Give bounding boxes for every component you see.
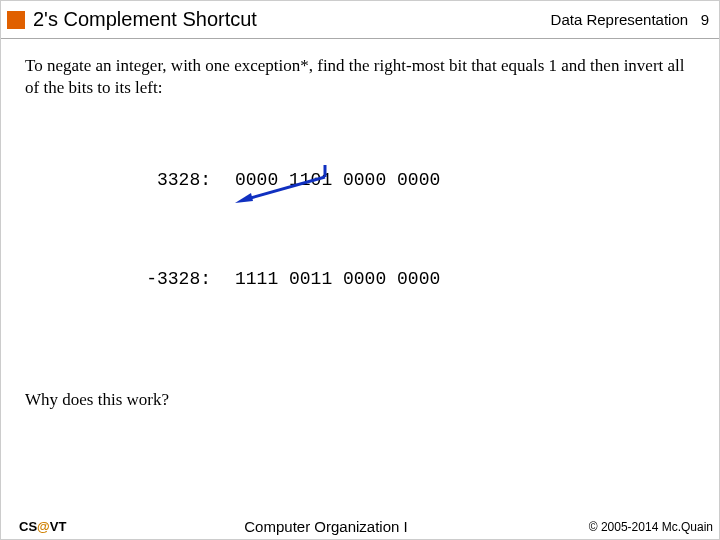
slide-header: 2's Complement Shortcut Data Representat… [1, 1, 719, 39]
value-label: 3328: [125, 170, 235, 192]
slide: 2's Complement Shortcut Data Representat… [0, 0, 720, 540]
question-text: Why does this work? [25, 390, 695, 410]
binary-row-negative: -3328: 1111 0011 0000 0000 [125, 269, 695, 291]
section-label: Data Representation [551, 11, 689, 28]
footer-vt: VT [50, 519, 67, 534]
footer-at: @ [37, 519, 50, 534]
header-bullet-icon [7, 11, 25, 29]
footer-left: CS@VT [19, 519, 139, 534]
slide-title: 2's Complement Shortcut [33, 8, 551, 31]
page-number: 9 [701, 11, 709, 28]
value-bits: 0000 1101 0000 0000 [235, 170, 440, 192]
value-label: -3328: [125, 269, 235, 291]
slide-section-page: Data Representation 9 [551, 11, 709, 28]
slide-footer: CS@VT Computer Organization I © 2005-201… [1, 518, 719, 535]
footer-course: Computer Organization I [139, 518, 513, 535]
binary-row-positive: 3328: 0000 1101 0000 0000 [125, 170, 695, 192]
footer-copyright: © 2005-2014 Mc.Quain [513, 520, 713, 534]
value-bits: 1111 0011 0000 0000 [235, 269, 440, 291]
binary-block: 3328: 0000 1101 0000 0000 -3328: 1111 00… [125, 127, 695, 368]
footer-cs: CS [19, 519, 37, 534]
slide-body: To negate an integer, with one exception… [1, 39, 719, 410]
intro-text: To negate an integer, with one exception… [25, 55, 695, 99]
